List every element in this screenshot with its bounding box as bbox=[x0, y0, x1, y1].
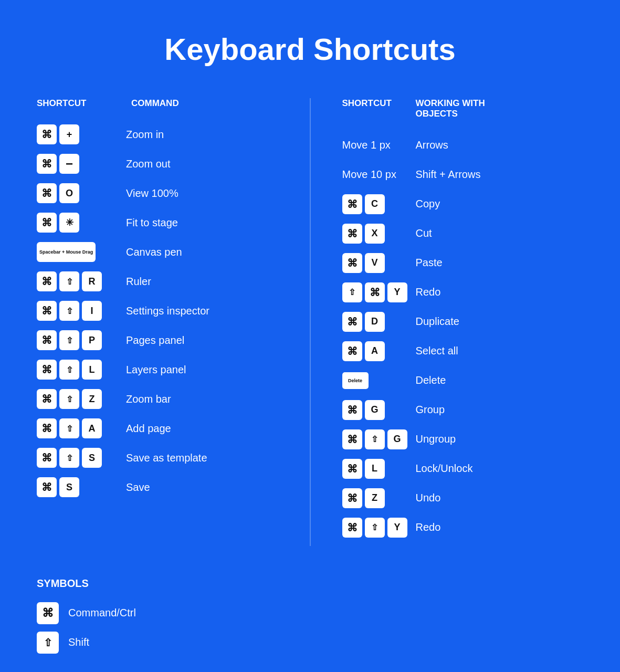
row-save: ⌘ S Save bbox=[37, 476, 278, 498]
r-key: R bbox=[82, 271, 102, 291]
plus-key: + bbox=[59, 124, 79, 144]
keys-cut: ⌘ X bbox=[342, 224, 411, 244]
shift-key: ⇧ bbox=[342, 282, 362, 302]
symbols-section: SYMBOLS ⌘ Command/Ctrl ⇧ Shift bbox=[37, 578, 583, 654]
shift-key: ⇧ bbox=[59, 330, 79, 350]
label-arrows: Arrows bbox=[416, 139, 448, 151]
label-lock: Lock/Unlock bbox=[416, 463, 473, 475]
label-pages-panel: Pages panel bbox=[126, 334, 184, 346]
cmd-key: ⌘ bbox=[37, 477, 57, 497]
cmd-key: ⌘ bbox=[37, 154, 57, 174]
row-ruler: ⌘ ⇧ R Ruler bbox=[37, 270, 278, 292]
left-header: SHORTCUT COMMAND bbox=[37, 98, 278, 109]
shift-key: ⇧ bbox=[59, 301, 79, 321]
cmd-key: ⌘ bbox=[37, 183, 57, 203]
row-arrows: Move 1 px Arrows bbox=[342, 134, 584, 156]
keys-save: ⌘ S bbox=[37, 477, 121, 497]
s2-key: S bbox=[59, 477, 79, 497]
cmd-key: ⌘ bbox=[37, 213, 57, 233]
keys-arrows: Move 1 px bbox=[342, 139, 411, 151]
row-add-page: ⌘ ⇧ A Add page bbox=[37, 417, 278, 439]
l-key: L bbox=[82, 360, 102, 380]
row-zoom-bar: ⌘ ⇧ Z Zoom bar bbox=[37, 388, 278, 410]
row-copy: ⌘ C Copy bbox=[342, 193, 584, 215]
s-key: S bbox=[82, 448, 102, 468]
right-header-working: WORKING WITH OBJECTS bbox=[416, 98, 521, 120]
cmd-key: ⌘ bbox=[37, 448, 57, 468]
cmd-key: ⌘ bbox=[342, 341, 362, 361]
g2-key: G bbox=[387, 429, 407, 449]
row-select-all: ⌘ A Select all bbox=[342, 340, 584, 362]
label-shift-arrows: Shift + Arrows bbox=[416, 169, 481, 181]
row-cut: ⌘ X Cut bbox=[342, 223, 584, 245]
row-view-100: ⌘ O View 100% bbox=[37, 182, 278, 204]
label-paste: Paste bbox=[416, 257, 443, 269]
cmd-key: ⌘ bbox=[37, 389, 57, 409]
symbol-shift-key: ⇧ bbox=[37, 632, 59, 654]
label-cut: Cut bbox=[416, 227, 432, 239]
page-title: Keyboard Shortcuts bbox=[37, 32, 583, 67]
row-delete: Delete Delete bbox=[342, 370, 584, 392]
cmd-key: ⌘ bbox=[37, 271, 57, 291]
keys-zoom-in: ⌘ + bbox=[37, 124, 121, 144]
c-key: C bbox=[365, 194, 385, 214]
i-key: I bbox=[82, 301, 102, 321]
left-header-shortcut: SHORTCUT bbox=[37, 98, 89, 109]
asterisk-key: ✳ bbox=[59, 213, 79, 233]
label-save-template: Save as template bbox=[126, 452, 207, 464]
shift-key: ⇧ bbox=[365, 518, 385, 538]
cmd-key: ⌘ bbox=[37, 418, 57, 438]
g-key: G bbox=[365, 400, 385, 420]
label-group: Group bbox=[416, 404, 445, 416]
keys-delete: Delete bbox=[342, 372, 411, 389]
keys-view-100: ⌘ O bbox=[37, 183, 121, 203]
label-ungroup: Ungroup bbox=[416, 433, 456, 445]
keys-ruler: ⌘ ⇧ R bbox=[37, 271, 121, 291]
keys-pages-panel: ⌘ ⇧ P bbox=[37, 330, 121, 350]
row-save-template: ⌘ ⇧ S Save as template bbox=[37, 447, 278, 469]
row-paste: ⌘ V Paste bbox=[342, 252, 584, 274]
v-key: V bbox=[365, 253, 385, 273]
p-key: P bbox=[82, 330, 102, 350]
x-key: X bbox=[365, 224, 385, 244]
row-layers-panel: ⌘ ⇧ L Layers panel bbox=[37, 359, 278, 381]
cmd-key: ⌘ bbox=[342, 459, 362, 479]
keys-undo: ⌘ Z bbox=[342, 488, 411, 508]
label-canvas-pen: Canvas pen bbox=[126, 246, 182, 258]
row-duplicate: ⌘ D Duplicate bbox=[342, 311, 584, 333]
symbols-header: SYMBOLS bbox=[37, 578, 583, 590]
shortcuts-columns: SHORTCUT COMMAND ⌘ + Zoom in ⌘ − Zoom ou… bbox=[37, 98, 583, 546]
right-header: SHORTCUT WORKING WITH OBJECTS bbox=[342, 98, 584, 120]
keys-zoom-out: ⌘ − bbox=[37, 154, 121, 174]
keys-save-template: ⌘ ⇧ S bbox=[37, 448, 121, 468]
y-key: Y bbox=[387, 282, 407, 302]
symbol-shift-label: Shift bbox=[68, 636, 89, 648]
cmd-key: ⌘ bbox=[342, 224, 362, 244]
label-duplicate: Duplicate bbox=[416, 316, 459, 328]
shift-key: ⇧ bbox=[59, 271, 79, 291]
shift-key: ⇧ bbox=[59, 389, 79, 409]
keys-lock: ⌘ L bbox=[342, 459, 411, 479]
z2-key: Z bbox=[365, 488, 385, 508]
cmd-key: ⌘ bbox=[37, 124, 57, 144]
d-key: D bbox=[365, 312, 385, 332]
delete-key: Delete bbox=[342, 372, 369, 389]
label-undo: Undo bbox=[416, 492, 441, 504]
row-canvas-pen: Spacebar + Mouse Drag Canvas pen bbox=[37, 241, 278, 263]
y2-key: Y bbox=[387, 518, 407, 538]
shift-key: ⇧ bbox=[59, 448, 79, 468]
keys-select-all: ⌘ A bbox=[342, 341, 411, 361]
label-zoom-in: Zoom in bbox=[126, 129, 164, 141]
row-redo1: ⇧ ⌘ Y Redo bbox=[342, 281, 584, 303]
cmd-key: ⌘ bbox=[342, 312, 362, 332]
label-view-100: View 100% bbox=[126, 187, 178, 200]
symbol-shift: ⇧ Shift bbox=[37, 632, 583, 654]
row-zoom-out: ⌘ − Zoom out bbox=[37, 153, 278, 175]
keys-shift-arrows: Move 10 px bbox=[342, 169, 411, 181]
label-copy: Copy bbox=[416, 198, 440, 210]
shift-key: ⇧ bbox=[365, 429, 385, 449]
shift-arrows-label: Move 10 px bbox=[342, 169, 411, 181]
arrows-label: Move 1 px bbox=[342, 139, 411, 151]
spacedrag-key: Spacebar + Mouse Drag bbox=[37, 242, 96, 262]
cmd-key: ⌘ bbox=[342, 518, 362, 538]
